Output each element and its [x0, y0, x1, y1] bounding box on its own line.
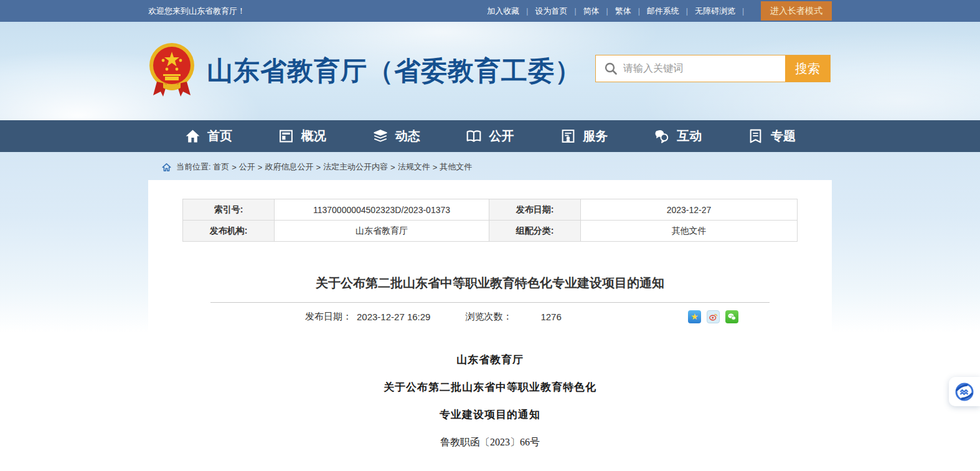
national-emblem-logo [148, 42, 196, 100]
mail-system-link[interactable]: 邮件系统 [647, 6, 679, 17]
breadcrumb-item-gov-info[interactable]: 政府信息公开 [265, 161, 313, 173]
simplified-chinese-link[interactable]: 简体 [583, 6, 600, 17]
add-favorite-link[interactable]: 加入收藏 [487, 6, 519, 17]
welcome-text: 欢迎您来到山东省教育厅！ [148, 6, 245, 17]
table-row: 索引号: 11370000004502323D/2023-01373 发布日期:… [183, 199, 798, 221]
document-number-line: 鲁教职函〔2023〕66号 [148, 436, 832, 449]
page: 欢迎您来到山东省教育厅！ 加入收藏 | 设为首页 | 简体 | 繁体 | 邮件系… [0, 0, 980, 471]
search-icon [604, 62, 618, 75]
news-stack-icon [372, 128, 389, 145]
nav-item-label: 专题 [771, 128, 796, 145]
breadcrumb-separator: > [232, 163, 237, 172]
breadcrumb-separator: > [316, 163, 321, 172]
breadcrumb-separator: > [390, 163, 395, 172]
nav-item-news[interactable]: 动态 [372, 128, 420, 145]
view-count-value: 1276 [540, 312, 561, 322]
nav-item-overview[interactable]: 概况 [278, 128, 326, 145]
nav-item-label: 公开 [489, 128, 514, 145]
breadcrumb-home-icon [162, 163, 171, 172]
nav-item-label: 互动 [677, 128, 702, 145]
separator: | [526, 7, 528, 16]
floating-service-widget[interactable] [949, 377, 980, 406]
breadcrumb: 当前位置: 首页 > 公开 > 政府信息公开 > 法定主动公开内容 > 法规文件… [148, 152, 832, 180]
qzone-share-icon[interactable]: ★ [688, 310, 701, 323]
separator: | [606, 7, 608, 16]
service-badge-icon [560, 128, 576, 145]
publisher-label: 发布机构: [183, 221, 275, 242]
article-body-line: 关于公布第二批山东省中等职业教育特色化 [148, 381, 832, 394]
nav-item-label: 概况 [301, 128, 326, 145]
breadcrumb-item-regulations[interactable]: 法规文件 [398, 161, 430, 173]
search-input[interactable] [623, 55, 785, 82]
table-row: 发布机构: 山东省教育厅 组配分类: 其他文件 [183, 221, 798, 242]
topics-doc-icon [748, 128, 764, 145]
home-icon [184, 128, 200, 145]
category-label: 组配分类: [489, 221, 581, 242]
publish-time-value: 2023-12-27 16:29 [357, 312, 430, 322]
wechat-share-icon[interactable] [725, 310, 738, 323]
share-buttons: ★ [688, 310, 738, 323]
breadcrumb-prefix: 当前位置: [176, 161, 211, 173]
article-body-line: 专业建设项目的通知 [148, 409, 832, 421]
open-book-icon [466, 128, 482, 145]
breadcrumb-item-public[interactable]: 公开 [239, 161, 255, 173]
nav-item-label: 首页 [207, 128, 232, 145]
breadcrumb-separator: > [433, 163, 438, 172]
nav-item-topics[interactable]: 专题 [748, 128, 796, 145]
breadcrumb-item-home[interactable]: 首页 [213, 161, 229, 173]
set-homepage-link[interactable]: 设为首页 [535, 6, 567, 17]
nav-item-home[interactable]: 首页 [184, 128, 232, 145]
nav-item-label: 服务 [583, 128, 608, 145]
nav-item-label: 动态 [395, 128, 420, 145]
page-title: 关于公布第二批山东省中等职业教育特色化专业建设项目的通知 [148, 275, 832, 292]
index-number-value: 11370000004502323D/2023-01373 [275, 199, 489, 221]
overview-icon [278, 128, 294, 145]
article-body-line: 山东省教育厅 [148, 354, 832, 366]
document-meta-table: 索引号: 11370000004502323D/2023-01373 发布日期:… [182, 199, 798, 242]
topbar-links: 加入收藏 | 设为首页 | 简体 | 繁体 | 邮件系统 | 无障碍浏览 | 进… [487, 0, 832, 22]
traditional-chinese-link[interactable]: 繁体 [615, 6, 631, 17]
publisher-value: 山东省教育厅 [275, 221, 489, 242]
separator: | [686, 7, 688, 16]
view-count-label: 浏览次数： [465, 311, 512, 323]
gov-service-icon [954, 382, 974, 402]
main-navigation: 首页 概况 [0, 120, 980, 152]
separator: | [638, 7, 640, 16]
publish-date-label: 发布日期: [489, 199, 581, 221]
weibo-share-icon[interactable] [707, 310, 720, 323]
breadcrumb-item-other-docs[interactable]: 其他文件 [440, 161, 472, 173]
nav-item-interact[interactable]: 互动 [654, 128, 702, 145]
breadcrumb-item-statutory[interactable]: 法定主动公开内容 [323, 161, 388, 173]
index-number-label: 索引号: [183, 199, 275, 221]
accessibility-link[interactable]: 无障碍浏览 [695, 6, 735, 17]
publish-time-label: 发布日期： [305, 311, 352, 323]
separator: | [574, 7, 576, 16]
category-value: 其他文件 [581, 221, 798, 242]
publish-date-value: 2023-12-27 [581, 199, 798, 221]
article-meta-row: 发布日期： 2023-12-27 16:29 浏览次数： 1276 ★ [148, 303, 832, 330]
separator: | [742, 7, 744, 16]
site-title: 山东省教育厅（省委教育工委） [207, 54, 582, 88]
article-card: 索引号: 11370000004502323D/2023-01373 发布日期:… [148, 180, 832, 470]
site-search: 搜索 [595, 55, 831, 82]
elder-mode-button[interactable]: 进入长者模式 [761, 1, 832, 21]
top-utility-bar: 欢迎您来到山东省教育厅！ 加入收藏 | 设为首页 | 简体 | 繁体 | 邮件系… [0, 0, 980, 22]
nav-item-public[interactable]: 公开 [466, 128, 514, 145]
site-header: 山东省教育厅（省委教育工委） 搜索 [0, 22, 980, 120]
search-button[interactable]: 搜索 [785, 55, 830, 82]
content-area: 当前位置: 首页 > 公开 > 政府信息公开 > 法定主动公开内容 > 法规文件… [0, 152, 980, 471]
nav-item-service[interactable]: 服务 [560, 128, 608, 145]
breadcrumb-separator: > [258, 163, 263, 172]
article-body: 山东省教育厅 关于公布第二批山东省中等职业教育特色化 专业建设项目的通知 鲁教职… [148, 354, 832, 449]
chat-bubbles-icon [654, 128, 670, 145]
